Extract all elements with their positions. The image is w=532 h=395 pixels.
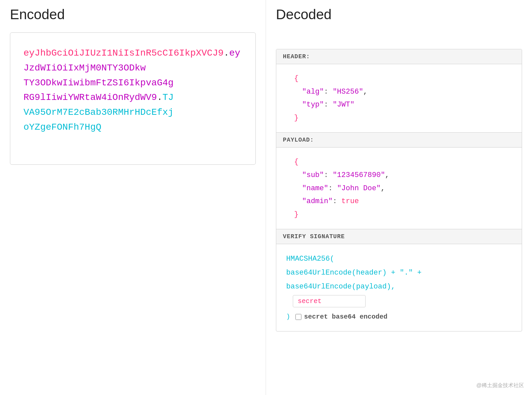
dot2: . [157, 92, 162, 103]
payload-name-key: "name" [302, 184, 328, 193]
watermark: @稀土掘金技术社区 [476, 382, 524, 389]
payload-name-value: "John Doe" [337, 184, 381, 193]
header-alg-comma: , [363, 88, 368, 96]
close-paren: ) [286, 311, 290, 323]
payload-open-brace: { [294, 158, 298, 166]
payload-sub-key: "sub" [302, 171, 324, 179]
payload-section-label: PAYLOAD: [276, 133, 522, 148]
payload-admin-value: true [341, 197, 359, 205]
verify-line3: base64UrlEncode(payload), [286, 283, 395, 291]
dot1: . [224, 48, 229, 58]
payload-section: PAYLOAD: { "sub": "1234567890", "name": … [276, 133, 522, 229]
header-typ-colon: : [324, 101, 332, 109]
checkbox-label: secret base64 encoded [304, 311, 387, 323]
encoded-title: Encoded [10, 7, 256, 22]
payload-sub-comma: , [385, 171, 389, 179]
decoded-panel: Decoded HEADER: { "alg": "HS256", "typ":… [266, 0, 532, 395]
secret-base64-checkbox[interactable] [295, 314, 301, 320]
header-section-label: HEADER: [276, 49, 522, 64]
verify-section: VERIFY SIGNATURE HMACSHA256( base64UrlEn… [276, 229, 522, 331]
header-section: HEADER: { "alg": "HS256", "typ": "JWT" } [276, 49, 522, 133]
decoded-sections: HEADER: { "alg": "HS256", "typ": "JWT" }… [276, 49, 522, 331]
verify-section-body: HMACSHA256( base64UrlEncode(header) + ".… [276, 244, 522, 331]
verify-section-label: VERIFY SIGNATURE [276, 229, 522, 244]
payload-name-comma: , [381, 184, 385, 193]
header-part2: 6IkpXVCJ9 [174, 48, 224, 58]
secret-input[interactable] [293, 295, 366, 307]
header-section-body: { "alg": "HS256", "typ": "JWT" } [276, 64, 522, 132]
verify-func: HMACSHA256( [286, 255, 334, 263]
payload-name-colon: : [328, 184, 337, 193]
payload-sub-value: "1234567890" [332, 171, 385, 179]
encoded-box[interactable]: eyJhbGciOiJIUzI1NiIsInR5cCI6IkpXVCJ9.eyJ… [10, 32, 256, 165]
payload-sub-colon: : [324, 171, 332, 179]
header-typ-value: "JWT" [332, 101, 354, 109]
header-alg-value: "HS256" [332, 88, 363, 96]
payload-admin-colon: : [332, 197, 341, 205]
decoded-title: Decoded [276, 7, 522, 22]
header-open-brace: { [294, 74, 298, 83]
header-alg-colon: : [324, 88, 332, 96]
payload-section-body: { "sub": "1234567890", "name": "John Doe… [276, 148, 522, 229]
payload-admin-key: "admin" [302, 197, 332, 205]
header-alg-key: "alg" [302, 88, 324, 96]
verify-line2: base64UrlEncode(header) + "." + [286, 269, 421, 277]
header-typ-key: "typ" [302, 101, 324, 109]
payload-close-brace: } [294, 210, 298, 219]
header-part: eyJhbGciOiJIUzI1NiIsInR5cCI [23, 48, 174, 58]
header-close-brace: } [294, 114, 298, 122]
encoded-panel: Encoded eyJhbGciOiJIUzI1NiIsInR5cCI6IkpX… [0, 0, 266, 395]
